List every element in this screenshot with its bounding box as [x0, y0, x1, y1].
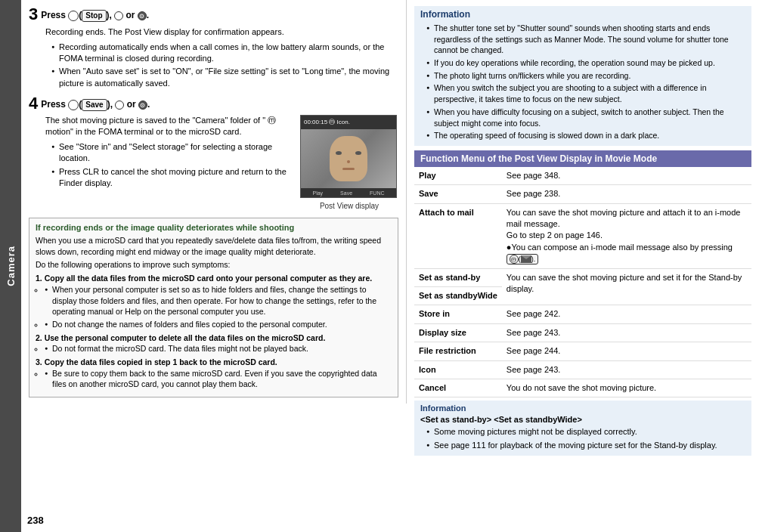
function-menu-title: Function Menu of the Post View Display i… — [414, 150, 751, 167]
menu-row-displaysize: Display size See page 243. — [414, 323, 751, 342]
step3-content: Recording ends. The Post View display fo… — [45, 26, 398, 89]
step4-btn-circle — [68, 100, 79, 110]
warning-item-3: 3. Copy the data files copied in step 1 … — [36, 357, 392, 390]
camera-bottom-bar: Play Save FUNC — [301, 188, 396, 198]
menu-label-standywide: Set as standbyWide — [414, 287, 502, 305]
warning-box: If recording ends or the image quality d… — [29, 218, 398, 397]
menu-desc-standy: You can save the shot moving picture and… — [502, 268, 751, 305]
step3-bullets: Recording automatically ends when a call… — [45, 42, 398, 90]
camera-save-btn: Save — [340, 190, 352, 198]
step3-title: Press (Stop), or ⊙. — [41, 6, 149, 22]
menu-desc-attach: You can save the shot moving picture and… — [502, 203, 751, 268]
info-bullet-5: When you have difficulty focusing on a s… — [426, 107, 745, 128]
warning-item-1-bullets: When your personal computer is set so as… — [36, 284, 392, 330]
step3-number: 3 — [29, 6, 38, 23]
step4-desc1: The shot moving picture is saved to the … — [45, 115, 294, 138]
circle-m-icon: ⓜ — [510, 255, 519, 264]
menu-label-save: Save — [414, 185, 502, 203]
menu-desc-icon: See page 243. — [502, 360, 751, 379]
page-number: 238 — [27, 515, 44, 526]
warning-item-2-bullets: Do not format the microSD card. The data… — [36, 343, 392, 354]
camera-time: 00:00:15 ⓜ Icon. — [304, 118, 350, 127]
warning-item-3-bullets: Be sure to copy them back to the same mi… — [36, 368, 392, 390]
warning-title: If recording ends or the image quality d… — [36, 223, 392, 232]
menu-label-play: Play — [414, 167, 502, 185]
menu-row-attach: Attach to mail You can save the shot mov… — [414, 203, 751, 268]
info-bullet-4: When you switch the subject you are shoo… — [426, 82, 745, 104]
info-bullet-6: The operating speed of focusing is slowe… — [426, 130, 745, 141]
info-box-2-bullet-2: See page 111 for playback of the moving … — [426, 440, 745, 451]
right-column: Information The shutter tone set by "Shu… — [407, 0, 759, 532]
menu-row-icon: Icon See page 243. — [414, 360, 751, 379]
menu-desc-save: See page 238. — [502, 185, 751, 203]
stop-button-label: Stop — [82, 10, 106, 22]
post-view-label: Post View display — [300, 200, 398, 212]
camera-preview: 00:00:15 ⓜ Icon. — [300, 115, 397, 198]
menu-label-standy: Set as stand-by — [414, 268, 502, 286]
step4-bullet-1: See "Store in" and "Select storage" for … — [51, 141, 294, 165]
left-column: 3 Press (Stop), or ⊙. Recording ends. Th… — [21, 0, 407, 404]
info-box-1: Information The shutter tone set by "Shu… — [414, 6, 751, 146]
warning-item-2: 2. Use the personal computer to delete a… — [36, 332, 392, 354]
warning-list: 1. Copy all the data files from the micr… — [36, 273, 392, 390]
step4-number: 4 — [29, 95, 38, 112]
step4-bullets: See "Store in" and "Select storage" for … — [45, 141, 294, 190]
info-box-2-bullet-1: Some moving pictures might not be displa… — [426, 426, 745, 438]
menu-label-attach: Attach to mail — [414, 203, 502, 268]
info-bullet-3: The photo light turns on/flickers while … — [426, 70, 745, 82]
function-menu-table: Play See page 348. Save See page 238. At… — [414, 167, 751, 397]
step3-btn-circle — [68, 11, 79, 21]
info-box-2: Information <Set as stand-by> <Set as st… — [414, 401, 751, 456]
info-box-2-subtitle: <Set as stand-by> <Set as standbyWide> — [420, 415, 745, 424]
menu-desc-storein: See page 242. — [502, 305, 751, 323]
menu-desc-displaysize: See page 243. — [502, 323, 751, 342]
mail-envelope-icon — [521, 255, 531, 263]
step4-content: The shot moving picture is saved to the … — [45, 115, 398, 212]
step3-bullet-2: When "Auto save set" is set to "ON", or … — [51, 66, 398, 89]
warning-intro: When you use a microSD card that you rep… — [36, 235, 392, 390]
menu-desc-cancel: You do not save the shot moving picture. — [502, 379, 751, 397]
camera-face-shape — [330, 136, 367, 181]
menu-row-save: Save See page 238. — [414, 185, 751, 203]
step3-desc: Recording ends. The Post View display fo… — [45, 26, 398, 39]
info-box-1-bullets: The shutter tone set by "Shutter sound" … — [420, 23, 745, 141]
step4-bullet-2: Press CLR to cancel the shot moving pict… — [51, 166, 294, 190]
warning-item-1: 1. Copy all the data files from the micr… — [36, 273, 392, 329]
step4-header: 4 Press (Save), or ⊙. — [29, 95, 398, 112]
camera-func-btn: FUNC — [370, 190, 384, 198]
info-box-2-bullets: Some moving pictures might not be displa… — [420, 426, 745, 451]
save-button-label: Save — [82, 99, 107, 111]
menu-desc-play: See page 348. — [502, 167, 751, 185]
step4-image-area: 00:00:15 ⓜ Icon. — [300, 115, 398, 212]
menu-label-icon: Icon — [414, 360, 502, 379]
menu-label-filerestriction: File restriction — [414, 342, 502, 360]
info-box-2-title: Information — [420, 404, 745, 413]
sidebar-label: Camera — [5, 246, 17, 286]
menu-row-cancel: Cancel You do not save the shot moving p… — [414, 379, 751, 397]
menu-desc-filerestriction: See page 244. — [502, 342, 751, 360]
step4-title: Press (Save), or ⊙. — [41, 95, 150, 111]
menu-row-storein: Store in See page 242. — [414, 305, 751, 323]
info-box-1-title: Information — [420, 9, 745, 20]
menu-label-storein: Store in — [414, 305, 502, 323]
step3-header: 3 Press (Stop), or ⊙. — [29, 6, 398, 23]
menu-row-play: Play See page 348. — [414, 167, 751, 185]
info-bullet-1: The shutter tone set by "Shutter sound" … — [426, 23, 745, 56]
info-bullet-2: If you do key operations while recording… — [426, 57, 745, 69]
sidebar-tab: Camera — [0, 0, 21, 532]
menu-label-displaysize: Display size — [414, 323, 502, 342]
camera-body — [301, 129, 396, 188]
menu-row-filerestriction: File restriction See page 244. — [414, 342, 751, 360]
camera-play-btn: Play — [312, 190, 323, 198]
menu-row-standy: Set as stand-by You can save the shot mo… — [414, 268, 751, 286]
menu-label-cancel: Cancel — [414, 379, 502, 397]
step3-bullet-1: Recording automatically ends when a call… — [51, 42, 398, 65]
mail-btn-inline: ⓜ ( ). — [507, 254, 539, 264]
